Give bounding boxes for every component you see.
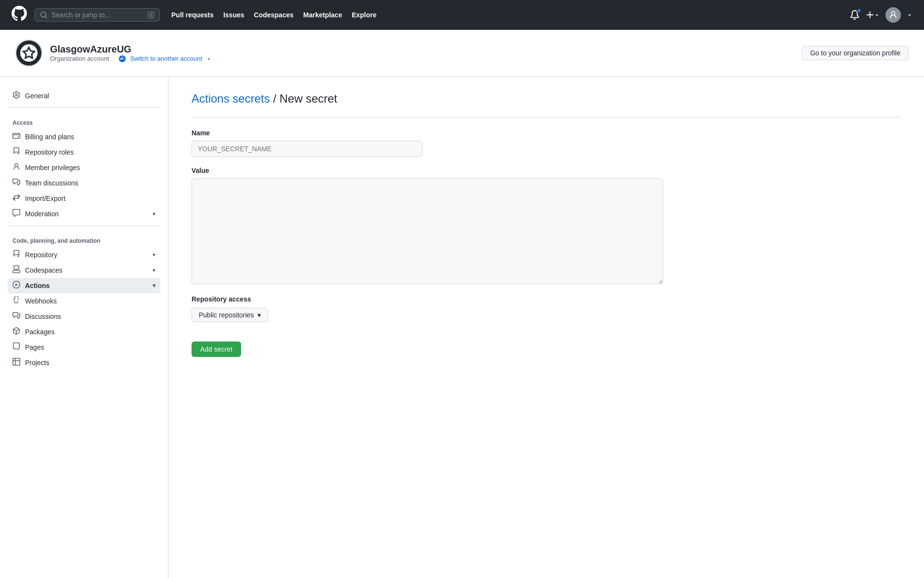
discussions-icon bbox=[13, 312, 20, 321]
sidebar-access-section: Access bbox=[8, 112, 160, 129]
value-label: Value bbox=[192, 167, 901, 174]
go-profile-button[interactable]: Go to your organization profile bbox=[802, 46, 909, 60]
add-secret-button[interactable]: Add secret bbox=[192, 342, 241, 357]
webhook-icon bbox=[13, 296, 20, 306]
org-type: Organization account · Switch to another… bbox=[50, 55, 802, 63]
page-divider bbox=[192, 117, 901, 118]
search-input[interactable] bbox=[51, 11, 143, 19]
repo-access-label: Repository access bbox=[192, 295, 901, 303]
notification-badge bbox=[857, 8, 861, 13]
sidebar-item-import-export[interactable]: Import/Export bbox=[8, 191, 160, 206]
credit-card-icon bbox=[13, 132, 20, 142]
codespaces-row: Codespaces ▾ bbox=[25, 266, 155, 274]
repo-access-form-group: Repository access Public repositories ▾ bbox=[192, 295, 901, 322]
repo-access-dropdown[interactable]: Public repositories ▾ bbox=[192, 308, 268, 322]
moderation-row: Moderation ▾ bbox=[25, 210, 155, 218]
repo-access-selected-option: Public repositories bbox=[199, 311, 254, 319]
sidebar-team-disc-label: Team discussions bbox=[25, 179, 78, 187]
sidebar-item-discussions[interactable]: Discussions bbox=[8, 309, 160, 324]
secret-value-textarea[interactable] bbox=[192, 178, 663, 284]
breadcrumb-link[interactable]: Actions secrets bbox=[192, 92, 270, 105]
repository-row: Repository ▾ bbox=[25, 251, 155, 259]
sidebar-actions-label: Actions bbox=[25, 282, 50, 289]
arrow-both-icon bbox=[13, 194, 20, 203]
sidebar-item-moderation[interactable]: Moderation ▾ bbox=[8, 206, 160, 222]
table-icon bbox=[13, 358, 20, 368]
pages-icon bbox=[13, 342, 20, 352]
sidebar-item-member-priv[interactable]: Member privileges bbox=[8, 160, 160, 175]
secret-name-input[interactable] bbox=[192, 141, 423, 157]
sidebar-billing-label: Billing and plans bbox=[25, 133, 74, 141]
dropdown-chevron-icon: ▾ bbox=[257, 311, 261, 319]
chevron-down-icon-repo: ▾ bbox=[153, 251, 155, 258]
sidebar-divider-2 bbox=[8, 225, 160, 226]
sidebar-divider-1 bbox=[8, 107, 160, 108]
sidebar-codespaces-label: Codespaces bbox=[25, 266, 63, 274]
sidebar-item-team-disc[interactable]: Team discussions bbox=[8, 175, 160, 191]
report-icon bbox=[13, 209, 20, 219]
search-box[interactable]: / bbox=[35, 8, 160, 22]
sidebar-item-codespaces[interactable]: Codespaces ▾ bbox=[8, 263, 160, 278]
sidebar-item-billing[interactable]: Billing and plans bbox=[8, 129, 160, 144]
nav-links: Pull requests Issues Codespaces Marketpl… bbox=[171, 11, 376, 19]
person-icon bbox=[13, 163, 20, 172]
repo-icon bbox=[13, 250, 20, 260]
chevron-down-icon-actions: ▾ bbox=[153, 282, 155, 289]
codespaces-icon bbox=[13, 265, 20, 275]
nav-issues[interactable]: Issues bbox=[223, 11, 244, 19]
sidebar-discussions-label: Discussions bbox=[25, 313, 61, 320]
sidebar-item-repo-roles[interactable]: Repository roles bbox=[8, 144, 160, 160]
sidebar-item-pages[interactable]: Pages bbox=[8, 340, 160, 355]
org-name: GlasgowAzureUG bbox=[50, 44, 802, 55]
sidebar-moderation-label: Moderation bbox=[25, 210, 59, 218]
sidebar-code-section: Code, planning, and automation bbox=[8, 230, 160, 247]
main-content: Actions secrets / New secret Name Value … bbox=[168, 77, 924, 578]
sidebar-item-general[interactable]: General bbox=[8, 88, 160, 104]
value-form-group: Value bbox=[192, 167, 901, 286]
sidebar-packages-label: Packages bbox=[25, 328, 54, 336]
actions-row: Actions ▾ bbox=[25, 282, 155, 289]
top-nav: / Pull requests Issues Codespaces Market… bbox=[0, 0, 924, 30]
sidebar-webhooks-label: Webhooks bbox=[25, 297, 57, 305]
sidebar-import-export-label: Import/Export bbox=[25, 195, 65, 202]
name-form-group: Name bbox=[192, 129, 901, 157]
comment-icon bbox=[13, 178, 20, 188]
sidebar-member-priv-label: Member privileges bbox=[25, 164, 80, 171]
sidebar-item-packages[interactable]: Packages bbox=[8, 324, 160, 340]
search-kbd: / bbox=[147, 11, 154, 19]
package-icon bbox=[13, 327, 20, 337]
chevron-down-icon-codespaces: ▾ bbox=[153, 267, 155, 274]
main-layout: General Access Billing and plans Reposit… bbox=[0, 77, 924, 578]
user-avatar[interactable] bbox=[886, 7, 901, 23]
sidebar-item-projects[interactable]: Projects bbox=[8, 355, 160, 370]
org-info: GlasgowAzureUG Organization account · Sw… bbox=[50, 44, 802, 63]
nav-codespaces[interactable]: Codespaces bbox=[254, 11, 294, 19]
breadcrumb-current: New secret bbox=[280, 92, 337, 105]
sidebar-item-repository[interactable]: Repository ▾ bbox=[8, 247, 160, 263]
repo-roles-icon bbox=[13, 147, 20, 157]
gear-icon bbox=[13, 91, 20, 101]
sidebar-projects-label: Projects bbox=[25, 359, 50, 367]
notifications-button[interactable] bbox=[850, 10, 860, 20]
sidebar-item-actions[interactable]: Actions ▾ bbox=[8, 278, 160, 293]
switch-account-link[interactable]: Switch to another account bbox=[130, 55, 202, 62]
top-nav-right bbox=[850, 7, 912, 23]
sidebar-repo-roles-label: Repository roles bbox=[25, 148, 74, 156]
svg-marker-0 bbox=[23, 47, 34, 58]
name-label: Name bbox=[192, 129, 901, 137]
sidebar-item-label: General bbox=[25, 92, 49, 100]
create-button[interactable] bbox=[865, 10, 880, 20]
nav-explore[interactable]: Explore bbox=[352, 11, 376, 19]
sidebar: General Access Billing and plans Reposit… bbox=[0, 77, 168, 578]
play-icon bbox=[13, 281, 20, 290]
chevron-down-icon: ▾ bbox=[153, 210, 155, 217]
nav-marketplace[interactable]: Marketplace bbox=[303, 11, 342, 19]
page-title: Actions secrets / New secret bbox=[192, 92, 901, 105]
org-avatar bbox=[15, 39, 42, 66]
sidebar-item-webhooks[interactable]: Webhooks bbox=[8, 293, 160, 309]
org-header: GlasgowAzureUG Organization account · Sw… bbox=[0, 30, 924, 77]
breadcrumb-separator: / bbox=[273, 92, 279, 105]
github-logo[interactable] bbox=[12, 6, 27, 25]
sidebar-repo-label: Repository bbox=[25, 251, 57, 259]
nav-pull-requests[interactable]: Pull requests bbox=[171, 11, 214, 19]
